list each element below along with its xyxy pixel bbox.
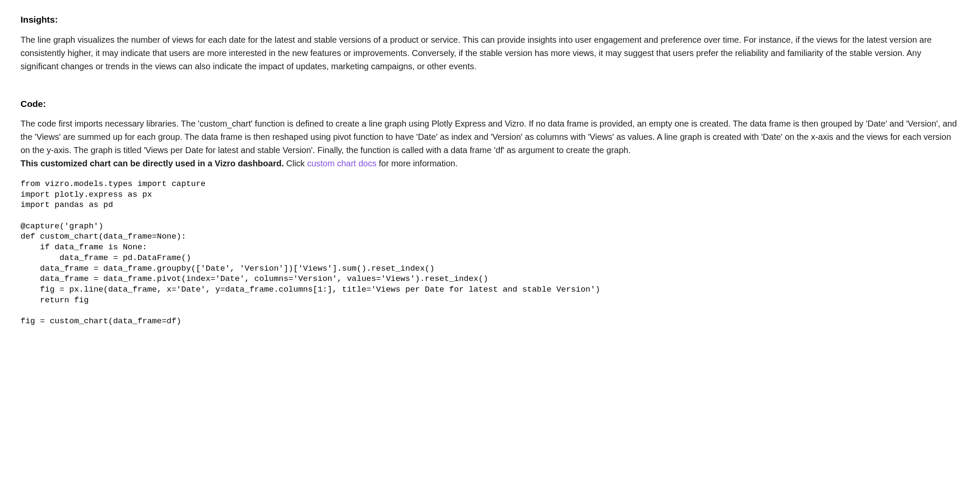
code-heading: Code:: [21, 97, 959, 111]
code-block: from vizro.models.types import capture i…: [21, 179, 959, 327]
custom-chart-docs-link[interactable]: custom chart docs: [307, 159, 376, 168]
code-suffix-text: for more information.: [376, 159, 458, 168]
code-explanation-paragraph: The code first imports necessary librari…: [21, 117, 959, 170]
code-explanation-text: The code first imports necessary librari…: [21, 119, 957, 155]
code-bold-note: This customized chart can be directly us…: [21, 159, 284, 168]
insights-heading: Insights:: [21, 13, 959, 27]
insights-body: The line graph visualizes the number of …: [21, 33, 959, 73]
code-click-text: Click: [284, 159, 307, 168]
